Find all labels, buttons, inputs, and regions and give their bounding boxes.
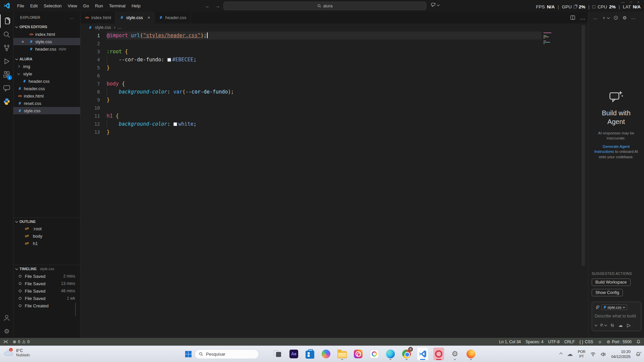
settings-taskbar-icon[interactable]: ⚙ bbox=[449, 348, 460, 360]
show-config-button[interactable]: Show Config bbox=[592, 289, 623, 296]
copilot-taskbar-icon[interactable] bbox=[321, 348, 331, 360]
open-editor-index.html[interactable]: <>index.html bbox=[13, 31, 80, 38]
code-line-6[interactable]: 6 bbox=[80, 72, 588, 80]
timeline-item-0[interactable]: File Saved2 mins bbox=[13, 273, 80, 280]
code-line-2[interactable]: 2 bbox=[80, 40, 588, 48]
eol-sequence[interactable]: CRLF bbox=[564, 340, 575, 344]
run-debug-activity-icon[interactable] bbox=[0, 55, 13, 68]
indentation[interactable]: Spaces: 4 bbox=[526, 340, 543, 344]
adobe-cc-taskbar-icon[interactable] bbox=[369, 348, 380, 360]
minimap[interactable] bbox=[543, 33, 555, 45]
file-explorer-taskbar-icon[interactable] bbox=[337, 348, 347, 360]
task-view-taskbar-icon[interactable] bbox=[272, 348, 283, 360]
extensions-activity-icon[interactable]: 1 bbox=[0, 68, 13, 81]
clock-date[interactable]: 10:2004/12/2025 bbox=[611, 349, 631, 359]
explorer-activity-icon[interactable] bbox=[0, 14, 13, 28]
remote-indicator[interactable] bbox=[3, 340, 8, 344]
firefox-taskbar-icon[interactable] bbox=[466, 348, 476, 360]
language-indicator[interactable]: PORPT bbox=[578, 350, 586, 358]
chat-history-icon[interactable] bbox=[613, 15, 618, 20]
settings-gear-icon[interactable]: ⚙ bbox=[0, 324, 13, 338]
menu-item-run[interactable]: Run bbox=[92, 2, 106, 10]
outline-item-h1[interactable]: h1 bbox=[13, 240, 80, 247]
code-line-3[interactable]: 3:root { bbox=[80, 48, 588, 56]
folder-section-header[interactable]: ALURA bbox=[13, 55, 80, 63]
timeline-item-2[interactable]: File Saved46 mins bbox=[13, 287, 80, 295]
tab-header.css[interactable]: #header.css bbox=[155, 12, 191, 23]
tree-item-header.css[interactable]: #header.css bbox=[13, 85, 80, 92]
after-effects-taskbar-icon[interactable]: Ae bbox=[288, 348, 299, 360]
code-line-13[interactable]: 13} bbox=[80, 128, 588, 136]
open-editor-header.css[interactable]: #header.cssstyle bbox=[13, 45, 80, 53]
encoding[interactable]: UTF-8 bbox=[548, 340, 559, 344]
feedback-smiley-icon[interactable]: ☺ bbox=[598, 340, 602, 344]
outline-item-body[interactable]: body bbox=[13, 232, 80, 240]
tree-item-img[interactable]: img bbox=[13, 63, 80, 70]
chat-settings-icon[interactable]: ⚙ bbox=[623, 15, 627, 20]
problems-indicator[interactable]: ⊗0 ⚠0 bbox=[13, 339, 30, 344]
breadcrumb[interactable]: # style.css … bbox=[80, 23, 588, 32]
code-line-1[interactable]: 1@import url("styles/header.css"); bbox=[80, 32, 588, 40]
chat-overflow-icon[interactable]: … bbox=[631, 15, 636, 20]
menu-item-terminal[interactable]: Terminal bbox=[106, 2, 128, 10]
tools-icon[interactable] bbox=[610, 323, 614, 327]
source-control-activity-icon[interactable] bbox=[0, 41, 13, 55]
editor-scrollbar[interactable] bbox=[582, 25, 585, 266]
menu-item-help[interactable]: Help bbox=[128, 2, 144, 10]
timeline-item-3[interactable]: File Saved1 wk bbox=[13, 295, 80, 302]
explorer-more-actions[interactable]: … bbox=[70, 15, 73, 19]
chat-input-box[interactable]: # style.css + Describe what to build P. … bbox=[592, 302, 641, 331]
chat-activity-icon[interactable] bbox=[0, 81, 13, 95]
python-activity-icon[interactable] bbox=[0, 95, 13, 108]
back-arrow-icon[interactable]: ← bbox=[205, 3, 210, 9]
chevron-down-icon[interactable] bbox=[594, 323, 597, 326]
menu-item-view[interactable]: View bbox=[65, 2, 80, 10]
open-editor-style.css[interactable]: ×#style.css bbox=[13, 38, 80, 45]
timeline-item-4[interactable]: File Created bbox=[13, 302, 80, 309]
code-line-5[interactable]: 5} bbox=[80, 64, 588, 72]
search-activity-icon[interactable] bbox=[0, 28, 13, 41]
weather-widget[interactable]: 1 8°C Nublado bbox=[3, 348, 30, 357]
breadcrumb-more[interactable]: … bbox=[117, 25, 122, 30]
menu-item-selection[interactable]: Selection bbox=[41, 2, 64, 10]
notifications-icon[interactable]: z bbox=[636, 352, 641, 357]
code-line-4[interactable]: 4--cor-de-fundo: #EBECEE; bbox=[80, 56, 588, 64]
menu-item-go[interactable]: Go bbox=[80, 2, 92, 10]
account-activity-icon[interactable] bbox=[0, 311, 13, 324]
tree-item-header.css[interactable]: #header.css bbox=[13, 77, 80, 85]
tree-item-index.html[interactable]: <>index.html bbox=[13, 92, 80, 100]
instagram-taskbar-icon[interactable] bbox=[353, 348, 364, 360]
breadcrumb-file[interactable]: style.css bbox=[95, 25, 111, 30]
code-line-11[interactable]: 11h1 { bbox=[80, 112, 588, 120]
outline-section-header[interactable]: OUTLINE bbox=[13, 218, 80, 225]
copilot-menu-button[interactable] bbox=[431, 3, 439, 7]
language-mode[interactable]: { }CSS bbox=[579, 340, 593, 344]
code-line-7[interactable]: 7body { bbox=[80, 80, 588, 88]
code-line-10[interactable]: 10 bbox=[80, 104, 588, 112]
split-editor-icon[interactable] bbox=[570, 15, 575, 20]
onedrive-icon[interactable]: ☁ bbox=[567, 351, 573, 358]
mode-cloud-icon[interactable]: ☁ bbox=[618, 323, 623, 328]
context-chip[interactable]: # style.css + bbox=[601, 304, 627, 310]
outline-item-root[interactable]: :root bbox=[13, 225, 80, 232]
tab-index.html[interactable]: <>index.html bbox=[80, 12, 115, 23]
model-picker[interactable]: P. bbox=[600, 323, 606, 327]
opera-gx-taskbar-icon[interactable] bbox=[433, 348, 444, 360]
vscode-taskbar-icon[interactable] bbox=[417, 348, 428, 360]
build-workspace-button[interactable]: Build Workspace bbox=[592, 279, 631, 286]
volume-icon[interactable] bbox=[601, 352, 606, 357]
chat-more-icon[interactable]: … bbox=[593, 15, 597, 20]
code-editor[interactable]: 1@import url("styles/header.css");23:roo… bbox=[80, 32, 588, 136]
code-line-12[interactable]: 12background-color: white; bbox=[80, 120, 588, 128]
wifi-icon[interactable] bbox=[590, 352, 596, 356]
tree-item-reset.css[interactable]: #reset.css bbox=[13, 100, 80, 107]
tab-style.css[interactable]: #style.css× bbox=[115, 12, 154, 23]
edge-taskbar-icon[interactable] bbox=[385, 348, 396, 360]
close-tab-icon[interactable]: × bbox=[148, 15, 150, 20]
new-chat-button[interactable]: ＋ bbox=[602, 15, 609, 21]
timeline-section-header[interactable]: TIMELINE style.css bbox=[13, 265, 80, 272]
cursor-position[interactable]: Ln 1, Col 34 bbox=[499, 340, 521, 344]
timeline-item-1[interactable]: File Saved13 mins bbox=[13, 280, 80, 287]
code-line-9[interactable]: 9} bbox=[80, 96, 588, 104]
menu-item-file[interactable]: File bbox=[14, 2, 27, 10]
